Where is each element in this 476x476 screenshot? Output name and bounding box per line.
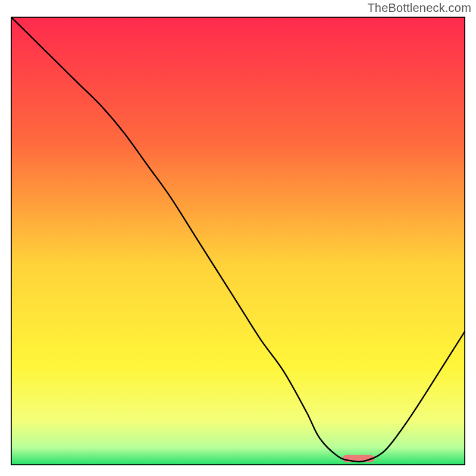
chart-plot-area bbox=[11, 17, 465, 465]
attribution-label: TheBottleneck.com bbox=[367, 1, 471, 15]
chart-svg bbox=[11, 17, 465, 465]
